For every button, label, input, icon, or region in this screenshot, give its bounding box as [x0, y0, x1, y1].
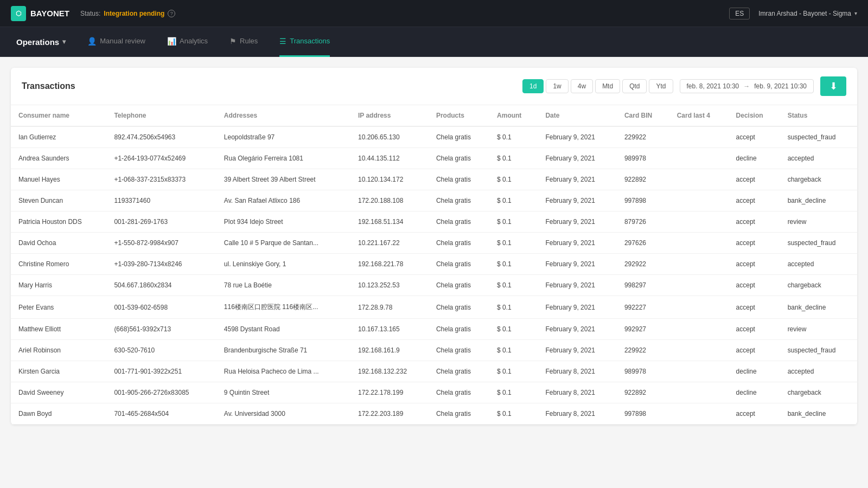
cell-products-12: Chela gratis: [429, 382, 489, 403]
cell-decision-11: decline: [729, 361, 780, 382]
col-products: Products: [429, 105, 489, 126]
cell-card-last4-11: [669, 361, 729, 382]
sidebar-item-transactions[interactable]: ☰ Transactions: [279, 27, 330, 57]
cell-telephone-5: +1-550-872-9984x907: [106, 233, 216, 254]
cell-telephone-13: 701-465-2684x504: [106, 403, 216, 425]
period-1d-button[interactable]: 1d: [522, 79, 544, 93]
cell-name-11[interactable]: Kirsten Garcia: [11, 361, 106, 382]
user-chevron-icon[interactable]: ▾: [854, 10, 857, 16]
cell-name-1[interactable]: Andrea Saunders: [11, 148, 106, 169]
transactions-card: Transactions 1d 1w 4w Mtd Qtd Ytd feb. 8…: [11, 68, 857, 425]
cell-name-4[interactable]: Patricia Houston DDS: [11, 211, 106, 233]
cell-ip-9: 10.167.13.165: [350, 319, 429, 340]
table-row: Patricia Houston DDS 001-281-269-1763 Pl…: [11, 211, 857, 233]
cell-decision-1: decline: [729, 148, 780, 169]
col-ip-address: IP address: [350, 105, 429, 126]
cell-ip-5: 10.221.167.22: [350, 233, 429, 254]
cell-name-10[interactable]: Ariel Robinson: [11, 340, 106, 361]
cell-name-3[interactable]: Steven Duncan: [11, 190, 106, 211]
cell-amount-8: $ 0.1: [489, 296, 538, 319]
cell-address-11: Rua Heloisa Pacheco de Lima ...: [216, 361, 350, 382]
cell-name-8[interactable]: Peter Evans: [11, 296, 106, 319]
cell-ip-3: 172.20.188.108: [350, 190, 429, 211]
manual-review-label: Manual review: [100, 37, 145, 45]
cell-products-11: Chela gratis: [429, 361, 489, 382]
operations-chevron-icon: ▾: [62, 38, 66, 46]
table-row: Kirsten Garcia 001-771-901-3922x251 Rua …: [11, 361, 857, 382]
manual-review-icon: 👤: [87, 37, 97, 46]
col-amount: Amount: [489, 105, 538, 126]
period-qtd-button[interactable]: Qtd: [622, 79, 647, 93]
cell-date-13: February 8, 2021: [538, 403, 617, 425]
cell-decision-7: accept: [729, 275, 780, 296]
cell-ip-12: 172.22.178.199: [350, 382, 429, 403]
cell-amount-6: $ 0.1: [489, 254, 538, 275]
cell-products-8: Chela gratis: [429, 296, 489, 319]
download-button[interactable]: ⬇: [820, 76, 846, 96]
cell-name-2[interactable]: Manuel Hayes: [11, 169, 106, 190]
cell-name-13[interactable]: Dawn Boyd: [11, 403, 106, 425]
sidebar-item-rules[interactable]: ⚑ Rules: [229, 27, 258, 57]
cell-decision-13: accept: [729, 403, 780, 425]
cell-telephone-12: 001-905-266-2726x83085: [106, 382, 216, 403]
cell-products-6: Chela gratis: [429, 254, 489, 275]
cell-ip-11: 192.168.132.232: [350, 361, 429, 382]
cell-card-bin-11: 989978: [617, 361, 669, 382]
language-button[interactable]: ES: [729, 8, 750, 20]
cell-amount-1: $ 0.1: [489, 148, 538, 169]
table-row: David Sweeney 001-905-266-2726x83085 9 Q…: [11, 382, 857, 403]
period-4w-button[interactable]: 4w: [571, 79, 593, 93]
status-badge: Status: Integration pending ?: [80, 10, 175, 17]
cell-name-7[interactable]: Mary Harris: [11, 275, 106, 296]
period-1w-button[interactable]: 1w: [546, 79, 568, 93]
cell-name-5[interactable]: David Ochoa: [11, 233, 106, 254]
cell-amount-3: $ 0.1: [489, 190, 538, 211]
table-row: David Ochoa +1-550-872-9984x907 Calle 10…: [11, 233, 857, 254]
cell-card-last4-1: [669, 148, 729, 169]
cell-decision-4: accept: [729, 211, 780, 233]
cell-status-10: suspected_fraud: [780, 340, 857, 361]
cell-address-13: Av. Universidad 3000: [216, 403, 350, 425]
table-row: Ian Gutierrez 892.474.2506x54963 Leopold…: [11, 126, 857, 148]
cell-telephone-1: +1-264-193-0774x52469: [106, 148, 216, 169]
period-ytd-button[interactable]: Ytd: [649, 79, 673, 93]
cell-card-bin-3: 997898: [617, 190, 669, 211]
cell-card-last4-10: [669, 340, 729, 361]
cell-address-7: 78 rue La Boétie: [216, 275, 350, 296]
cell-card-bin-12: 922892: [617, 382, 669, 403]
sidebar-item-manual-review[interactable]: 👤 Manual review: [87, 27, 145, 57]
cell-card-last4-5: [669, 233, 729, 254]
cell-date-4: February 9, 2021: [538, 211, 617, 233]
cell-ip-4: 192.168.51.134: [350, 211, 429, 233]
rules-label: Rules: [240, 37, 258, 45]
cell-name-0[interactable]: Ian Gutierrez: [11, 126, 106, 148]
cell-card-bin-5: 297626: [617, 233, 669, 254]
cell-name-12[interactable]: David Sweeney: [11, 382, 106, 403]
col-addresses: Addresses: [216, 105, 350, 126]
cell-telephone-3: 1193371460: [106, 190, 216, 211]
sidebar-item-analytics[interactable]: 📊 Analytics: [167, 27, 208, 57]
cell-address-12: 9 Quintin Street: [216, 382, 350, 403]
cell-decision-0: accept: [729, 126, 780, 148]
operations-dropdown[interactable]: Operations ▾: [16, 37, 66, 47]
cell-ip-1: 10.44.135.112: [350, 148, 429, 169]
cell-name-9[interactable]: Matthew Elliott: [11, 319, 106, 340]
date-range[interactable]: feb. 8, 2021 10:30 → feb. 9, 2021 10:30: [680, 79, 814, 93]
cell-name-6[interactable]: Christine Romero: [11, 254, 106, 275]
table-row: Ariel Robinson 630-520-7610 Brandenburgi…: [11, 340, 857, 361]
cell-date-9: February 9, 2021: [538, 319, 617, 340]
transactions-table: Consumer name Telephone Addresses IP add…: [11, 105, 857, 425]
topbar: ⬡ BAYONET Status: Integration pending ? …: [0, 0, 868, 27]
cell-status-5: suspected_fraud: [780, 233, 857, 254]
cell-amount-4: $ 0.1: [489, 211, 538, 233]
col-card-last4: Card last 4: [669, 105, 729, 126]
period-mtd-button[interactable]: Mtd: [595, 79, 620, 93]
cell-amount-13: $ 0.1: [489, 403, 538, 425]
cell-telephone-10: 630-520-7610: [106, 340, 216, 361]
cell-decision-8: accept: [729, 296, 780, 319]
download-icon: ⬇: [829, 80, 838, 92]
col-status: Status: [780, 105, 857, 126]
col-decision: Decision: [729, 105, 780, 126]
transactions-table-wrapper: Consumer name Telephone Addresses IP add…: [11, 105, 857, 425]
info-icon[interactable]: ?: [168, 10, 175, 17]
